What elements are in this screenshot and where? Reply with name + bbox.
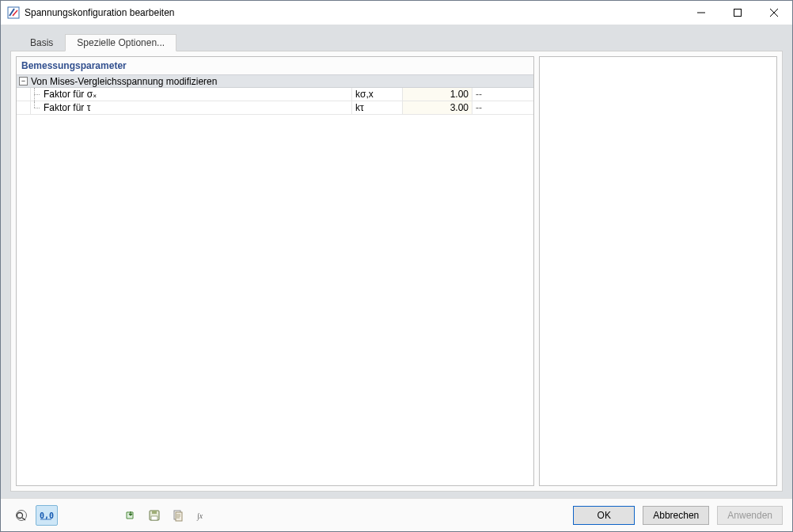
- tab-special-options[interactable]: Spezielle Optionen...: [65, 34, 176, 51]
- clipboard-button[interactable]: [167, 505, 189, 526]
- help-button[interactable]: [10, 505, 32, 526]
- grid-row-kox[interactable]: Faktor für σₓ kσ,x 1.00 --: [17, 88, 533, 101]
- svg-text:∫x: ∫x: [196, 511, 203, 521]
- cancel-button-label: Abbrechen: [653, 510, 699, 521]
- param-value[interactable]: 3.00: [450, 102, 469, 113]
- svg-rect-6: [152, 511, 157, 514]
- grid-group-row[interactable]: − Von Mises-Vergleichsspannung modifizie…: [17, 74, 533, 88]
- save-default-button[interactable]: [143, 505, 165, 526]
- tab-basis[interactable]: Basis: [18, 34, 65, 51]
- cancel-button[interactable]: Abbrechen: [643, 506, 709, 525]
- bottom-toolbar: 0,00 ∫x OK Abbrechen Anwenden: [1, 498, 792, 531]
- maximize-button[interactable]: [719, 1, 756, 25]
- param-symbol: kσ,x: [355, 89, 374, 100]
- collapse-toggle-icon[interactable]: −: [19, 77, 28, 86]
- tab-strip: Basis Spezielle Optionen...: [10, 32, 783, 51]
- minimize-button[interactable]: [683, 1, 719, 25]
- client-area: Basis Spezielle Optionen... Bemessungspa…: [1, 25, 792, 498]
- svg-rect-7: [151, 516, 157, 520]
- units-button[interactable]: 0,00: [36, 505, 58, 526]
- preview-panel: [539, 56, 777, 486]
- param-name: Faktor für τ: [44, 102, 90, 113]
- function-button[interactable]: ∫x: [191, 505, 213, 526]
- import-button[interactable]: [120, 505, 142, 526]
- grid-body: − Von Mises-Vergleichsspannung modifizie…: [17, 74, 533, 115]
- property-grid-panel: Bemessungsparameter − Von Mises-Vergleic…: [16, 56, 534, 486]
- grid-row-ktau[interactable]: Faktor für τ kτ 3.00 --: [17, 101, 533, 115]
- grid-group-label: Von Mises-Vergleichsspannung modifiziere…: [31, 76, 217, 87]
- svg-rect-1: [734, 10, 742, 17]
- dialog-window: Spannungskonfiguration bearbeiten Basis …: [0, 0, 793, 532]
- tree-branch-icon: [31, 88, 40, 101]
- close-button[interactable]: [756, 1, 792, 25]
- param-unit: --: [476, 102, 482, 113]
- ok-button-label: OK: [598, 510, 611, 521]
- apply-button: Anwenden: [717, 506, 783, 525]
- tree-branch-icon: [31, 101, 40, 114]
- apply-button-label: Anwenden: [727, 510, 772, 521]
- param-symbol: kτ: [355, 102, 364, 113]
- tree-indent: [17, 88, 31, 101]
- param-unit: --: [476, 89, 482, 100]
- window-title: Spannungskonfiguration bearbeiten: [25, 7, 174, 18]
- svg-point-2: [17, 510, 27, 520]
- svg-text:0,00: 0,00: [40, 511, 54, 520]
- tree-indent: [17, 101, 31, 114]
- titlebar: Spannungskonfiguration bearbeiten: [1, 1, 792, 25]
- app-icon: [7, 6, 20, 19]
- param-name: Faktor für σₓ: [44, 89, 97, 100]
- param-value[interactable]: 1.00: [450, 89, 469, 100]
- svg-rect-9: [176, 512, 182, 521]
- tab-panel: Bemessungsparameter − Von Mises-Vergleic…: [10, 51, 783, 492]
- ok-button[interactable]: OK: [573, 506, 635, 525]
- grid-section-title: Bemessungsparameter: [17, 57, 533, 74]
